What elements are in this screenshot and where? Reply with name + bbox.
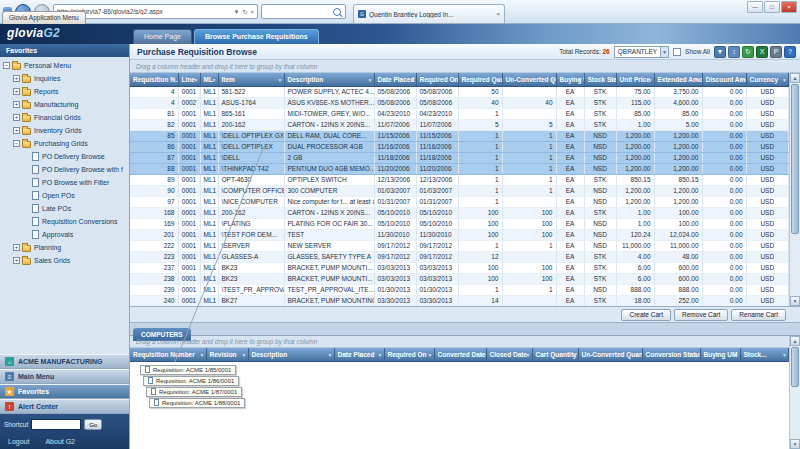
collapse-icon[interactable]: − [13, 140, 20, 147]
filter-funnel-icon[interactable]: ▼ [572, 352, 577, 358]
filter-icon[interactable]: ▼ [714, 46, 726, 58]
filter-funnel-icon[interactable]: ▼ [782, 77, 787, 83]
filter-funnel-icon[interactable]: ▼ [648, 77, 653, 83]
column-header-stock[interactable]: Stock...▼ [740, 348, 789, 361]
help-icon[interactable]: ? [784, 46, 796, 58]
filter-funnel-icon[interactable]: ▼ [550, 77, 555, 83]
filter-funnel-icon[interactable]: ▼ [526, 352, 531, 358]
refresh-icon[interactable]: ↻ [742, 46, 754, 58]
expand-icon[interactable]: + [13, 257, 20, 264]
computers-scrollbar[interactable]: ▲ ▼ [789, 336, 800, 449]
tree-item-open-pos[interactable]: Open POs [0, 189, 129, 202]
table-row[interactable]: 2010001ML1\TEST FOR DEM...TEST11/30/2010… [130, 229, 789, 240]
table-row[interactable]: 2400001ML1BK27BRACKET, PUMP MOUNTING03/3… [130, 295, 789, 306]
table-row[interactable]: 890001ML1OPT-4630OPTIPLEX SWITCH12/13/20… [130, 174, 789, 185]
tree-item-po-browse-with-filter[interactable]: PO Browse with Filter [0, 176, 129, 189]
column-header-description[interactable]: Description▼ [284, 73, 374, 86]
filter-funnel-icon[interactable]: ▼ [696, 77, 701, 83]
column-header-discount-amount[interactable]: Discount Amount▼ [702, 73, 746, 86]
filter-funnel-icon[interactable]: ▼ [610, 77, 615, 83]
print-icon[interactable]: P [770, 46, 782, 58]
tree-item-reports[interactable]: +Reports [0, 85, 129, 98]
grid-scrollbar[interactable]: ▲ ▼ [789, 73, 800, 306]
go-button[interactable]: Go [84, 419, 102, 430]
expand-icon[interactable]: + [13, 114, 20, 121]
filter-funnel-icon[interactable]: ▼ [368, 77, 373, 83]
table-row[interactable]: 2220001ML1\SERVERNEW SERVER09/17/201209/… [130, 240, 789, 251]
expand-icon[interactable]: + [13, 127, 20, 134]
filter-funnel-icon[interactable]: ▼ [694, 352, 699, 358]
filter-funnel-icon[interactable]: ▼ [740, 77, 745, 83]
column-header-ml[interactable]: ML▼ [200, 73, 218, 86]
column-header-requisition-number[interactable]: Requisition Number▼ [130, 348, 206, 361]
remove-cart-button[interactable]: Remove Cart [674, 309, 728, 321]
tree-item-late-pos[interactable]: Late POs [0, 202, 129, 215]
column-header-revision[interactable]: Revision▼ [206, 348, 248, 361]
column-header-buying-um[interactable]: Buying UM▼ [700, 348, 740, 361]
sort-icon[interactable]: ↕ [728, 46, 740, 58]
filter-funnel-icon[interactable]: ▼ [328, 352, 333, 358]
browser-tab[interactable]: G Quentin Brantley Logged In... × [353, 4, 505, 23]
stop-icon[interactable]: × [250, 9, 254, 15]
column-header-required-quantity[interactable]: Required Quantity▼ [458, 73, 502, 86]
column-header-closed-date[interactable]: Closed Date▼ [486, 348, 532, 361]
show-all-checkbox[interactable] [673, 48, 681, 56]
table-row[interactable]: 850001ML1\DELL OPTIPLEX GX620DELL RAM, D… [130, 130, 789, 141]
filter-funnel-icon[interactable]: ▼ [480, 352, 485, 358]
export-excel-icon[interactable]: X [756, 46, 768, 58]
tree-item-po-delivery-browse[interactable]: PO Delivery Browse [0, 150, 129, 163]
tab-browse-purchase-requisitions[interactable]: Browse Purchase Requisitions [194, 29, 319, 44]
column-header-currency[interactable]: Currency▼ [746, 73, 789, 86]
table-row[interactable]: 970001ML1\NICE COMPUTERNice computer for… [130, 196, 789, 207]
column-header-stock-status[interactable]: Stock Status▼ [584, 73, 616, 86]
table-row[interactable]: 2380001ML1BK23BRACKET, PUMP MOUNTI...03/… [130, 273, 789, 284]
tree-item-inventory-grids[interactable]: +Inventory Grids [0, 124, 129, 137]
logout-link[interactable]: Logout [8, 438, 29, 445]
scroll-down-icon[interactable]: ▼ [790, 439, 800, 449]
table-row[interactable]: 820001ML1200-162CARTON - 12INS X 20INS..… [130, 119, 789, 130]
tab-close-icon[interactable]: × [496, 11, 500, 17]
app-menu-tab[interactable]: Glovia Application Menu [2, 11, 86, 24]
column-header-date-placed[interactable]: Date Placed▼ [334, 348, 384, 361]
group-by-bar[interactable]: Drag a column header and drop it here to… [130, 60, 800, 73]
filter-funnel-icon[interactable]: ▼ [636, 352, 641, 358]
rename-cart-button[interactable]: Rename Cart [731, 309, 786, 321]
expand-icon[interactable]: + [13, 75, 20, 82]
scroll-thumb[interactable] [791, 347, 799, 387]
filter-funnel-icon[interactable]: ▼ [278, 77, 283, 83]
tree-item-planning[interactable]: +Planning [0, 241, 129, 254]
sidebar-section-main-menu[interactable]: ≡Main Menu [0, 369, 129, 384]
filter-funnel-icon[interactable]: ▼ [410, 77, 415, 83]
expand-icon[interactable]: + [13, 244, 20, 251]
tree-item-inquiries[interactable]: +Inquiries [0, 72, 129, 85]
tree-item-requisition-conversions[interactable]: Requisition Conversions [0, 215, 129, 228]
table-row[interactable]: 880001ML1\THINKPAD T42PENTIUM DUO 4GB ME… [130, 163, 789, 174]
column-header-unit-price[interactable]: Unit Price▼ [616, 73, 654, 86]
filter-funnel-icon[interactable]: ▼ [428, 352, 433, 358]
tree-item-approvals[interactable]: Approvals [0, 228, 129, 241]
table-row[interactable]: 810001ML1865-161MIDI-TOWER, GREY, W/O...… [130, 108, 789, 119]
tree-item-po-delivery-browse-with-f[interactable]: PO Delivery Browse with f [0, 163, 129, 176]
table-row[interactable]: 2370001ML1BK23BRACKET, PUMP MOUNTI...03/… [130, 262, 789, 273]
filter-funnel-icon[interactable]: ▼ [452, 77, 457, 83]
filter-funnel-icon[interactable]: ▼ [194, 77, 199, 83]
table-row[interactable]: 900001ML1\COMPUTER OFFICE300 COMPUTER01/… [130, 185, 789, 196]
shortcut-input[interactable] [31, 419, 81, 430]
column-header-un-converted-quantity[interactable]: Un-Converted Quantity▼ [502, 73, 556, 86]
tab-home-page[interactable]: Home Page [133, 29, 192, 44]
table-row[interactable]: 1680001ML1200-162CARTON - 12INS X 20INS.… [130, 207, 789, 218]
filter-funnel-icon[interactable]: ▼ [172, 77, 177, 83]
create-cart-button[interactable]: Create Cart [621, 309, 671, 321]
column-header-conversion-status[interactable]: Conversion Status▼ [642, 348, 700, 361]
column-header-requisition-n[interactable]: Requisition N...▲▼ [130, 73, 178, 86]
tree-item-manufacturing[interactable]: +Manufacturing [0, 98, 129, 111]
column-header-item[interactable]: Item▼ [218, 73, 284, 86]
sidebar-section-acme-manufacturing[interactable]: ⌂ACME MANUFACTURING [0, 354, 129, 369]
computers-group-by-bar[interactable]: Drag a column header and drop it here to… [130, 336, 800, 348]
tree-item-purchasing-grids[interactable]: −Purchasing Grids [0, 137, 129, 150]
filter-funnel-icon[interactable]: ▼ [200, 352, 205, 358]
column-header-date-placed[interactable]: Date Placed▼ [374, 73, 416, 86]
filter-funnel-icon[interactable]: ▼ [212, 77, 217, 83]
table-row[interactable]: 40002ML1ASUS-1764ASUS KV8SE-XS MOTHER...… [130, 97, 789, 108]
filter-funnel-icon[interactable]: ▼ [578, 77, 583, 83]
